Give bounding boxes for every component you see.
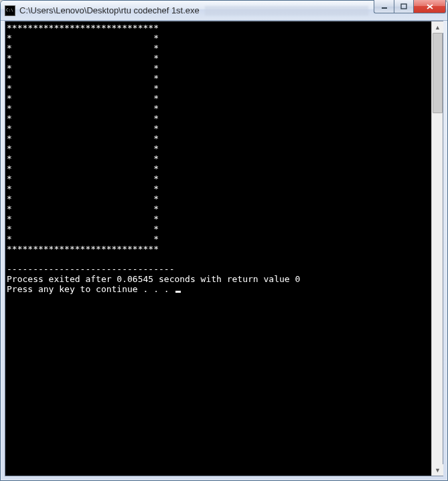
output-line: * * <box>7 53 159 63</box>
output-line: * * <box>7 63 159 73</box>
close-icon <box>426 3 434 10</box>
output-line: * * <box>7 83 159 93</box>
scroll-thumb[interactable] <box>433 33 443 113</box>
output-line: * * <box>7 103 159 113</box>
output-line: ***************************** <box>7 244 159 254</box>
output-line: * * <box>7 133 159 143</box>
svg-rect-0 <box>382 7 387 9</box>
output-line: * * <box>7 174 159 184</box>
output-line: * * <box>7 93 159 103</box>
minimize-icon <box>381 3 388 10</box>
output-separator: -------------------------------- <box>7 264 174 274</box>
close-button[interactable] <box>414 0 446 13</box>
output-line: * * <box>7 113 159 123</box>
vertical-scrollbar[interactable]: ▲ ▼ <box>431 21 443 476</box>
scroll-down-button[interactable]: ▼ <box>432 464 443 476</box>
maximize-button[interactable] <box>394 0 414 13</box>
maximize-icon <box>400 3 407 10</box>
output-line: * * <box>7 43 159 53</box>
output-line: * * <box>7 33 159 43</box>
scroll-up-button[interactable]: ▲ <box>432 21 443 33</box>
press-key-line: Press any key to continue . . . <box>7 284 174 294</box>
output-line: * * <box>7 73 159 83</box>
svg-rect-1 <box>401 4 406 9</box>
output-line: * * <box>7 194 159 204</box>
minimize-button[interactable] <box>374 0 394 13</box>
exit-status-line: Process exited after 0.06545 seconds wit… <box>7 274 300 284</box>
output-line: ***************************** <box>7 23 159 33</box>
output-line: * * <box>7 163 159 174</box>
output-line: * * <box>7 234 159 244</box>
output-line: * * <box>7 204 159 214</box>
client-area: ***************************** * * * * * … <box>5 21 443 476</box>
window-controls <box>374 0 446 13</box>
console-output[interactable]: ***************************** * * * * * … <box>5 21 431 476</box>
output-line: * * <box>7 143 159 153</box>
console-window: C:\Users\Lenovo\Desktop\rtu codechef 1st… <box>0 0 448 481</box>
text-cursor <box>175 291 181 293</box>
output-line: * * <box>7 153 159 163</box>
titlebar[interactable]: C:\Users\Lenovo\Desktop\rtu codechef 1st… <box>1 1 447 21</box>
output-line: * * <box>7 123 159 133</box>
output-line: * * <box>7 224 159 234</box>
output-line: * * <box>7 184 159 194</box>
app-icon <box>5 5 15 16</box>
output-line: * * <box>7 214 159 224</box>
window-title: C:\Users\Lenovo\Desktop\rtu codechef 1st… <box>19 5 200 15</box>
titlebar-blur <box>205 6 368 15</box>
